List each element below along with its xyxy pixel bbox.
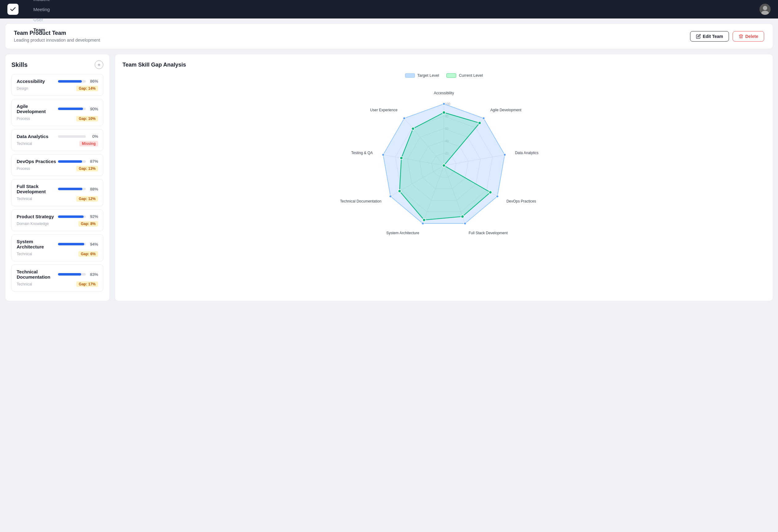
target-dot bbox=[443, 103, 445, 105]
skill-percent: 90% bbox=[89, 107, 98, 111]
target-dot bbox=[496, 195, 498, 197]
skill-item: Agile Development 90% Process Gap: 10% bbox=[11, 99, 103, 126]
nav-item-incident[interactable]: Incident bbox=[28, 0, 61, 4]
skill-bar bbox=[58, 80, 86, 83]
skills-title: Skills bbox=[11, 61, 27, 69]
skills-panel: Skills ＋ Accessibility 86% Design Gap: 1… bbox=[5, 54, 110, 301]
nav-item-user[interactable]: User bbox=[28, 14, 61, 25]
axis-label: Full Stack Development bbox=[469, 231, 508, 235]
target-dot bbox=[464, 222, 466, 225]
current-dot bbox=[442, 111, 446, 114]
skill-percent: 88% bbox=[89, 187, 98, 191]
axis-label: Technical Documentation bbox=[340, 199, 381, 203]
skill-bar-fill bbox=[58, 243, 84, 245]
header-card: Team Product Team Leading product innova… bbox=[5, 23, 773, 49]
skill-percent: 94% bbox=[89, 242, 98, 247]
legend-target: Target Level bbox=[405, 73, 439, 78]
user-avatar[interactable] bbox=[760, 4, 771, 15]
target-dot bbox=[389, 195, 392, 197]
skill-badge: Gap: 14% bbox=[76, 86, 98, 91]
skill-name: System Architecture bbox=[17, 239, 58, 249]
skill-bar bbox=[58, 135, 86, 138]
target-dot bbox=[482, 117, 485, 119]
current-dot bbox=[442, 164, 446, 167]
skill-category: Design bbox=[17, 86, 28, 91]
skill-name: DevOps Practices bbox=[17, 159, 56, 164]
skill-bar-fill bbox=[58, 273, 81, 276]
skill-category: Technical bbox=[17, 142, 32, 146]
skill-item: DevOps Practices 87% Process Gap: 13% bbox=[11, 154, 103, 176]
axis-label: DevOps Practices bbox=[507, 199, 536, 203]
skill-bar bbox=[58, 273, 86, 276]
skill-category: Process bbox=[17, 116, 30, 121]
target-dot bbox=[422, 222, 424, 225]
skill-category: Process bbox=[17, 166, 30, 171]
skill-item: Data Analytics 0% Technical Missing bbox=[11, 129, 103, 151]
skill-right: 90% bbox=[58, 107, 98, 111]
skill-right: 86% bbox=[58, 79, 98, 84]
skill-percent: 86% bbox=[89, 79, 98, 84]
skill-badge: Gap: 13% bbox=[76, 166, 98, 171]
target-dot bbox=[382, 154, 384, 156]
chart-legend: Target Level Current Level bbox=[123, 73, 765, 78]
axis-label: Data Analytics bbox=[515, 151, 538, 155]
skill-bar-fill bbox=[58, 80, 82, 83]
skill-category: Technical bbox=[17, 282, 32, 286]
target-legend-label: Target Level bbox=[417, 73, 439, 78]
nav-item-meeting[interactable]: Meeting bbox=[28, 4, 61, 14]
axis-label: Testing & QA bbox=[352, 151, 373, 155]
svg-point-1 bbox=[761, 11, 769, 15]
skill-bar bbox=[58, 108, 86, 110]
skill-name: Data Analytics bbox=[17, 134, 49, 139]
skill-item: System Architecture 94% Technical Gap: 6… bbox=[11, 234, 103, 261]
skill-percent: 83% bbox=[89, 272, 98, 277]
team-subtitle: Leading product innovation and developme… bbox=[14, 37, 100, 42]
current-dot bbox=[489, 191, 492, 194]
header-info: Team Product Team Leading product innova… bbox=[14, 30, 100, 42]
skill-badge: Gap: 12% bbox=[76, 196, 98, 201]
target-dot bbox=[503, 154, 506, 156]
skill-name: Product Strategy bbox=[17, 214, 54, 219]
skill-name: Agile Development bbox=[17, 104, 58, 114]
app-logo[interactable] bbox=[7, 4, 18, 15]
skill-category: Technical bbox=[17, 252, 32, 256]
header-actions: Edit Team Delete bbox=[690, 31, 764, 41]
axis-label: Accessibility bbox=[434, 91, 454, 95]
skill-bar bbox=[58, 188, 86, 190]
axis-label: System Architecture bbox=[386, 231, 419, 235]
chart-title: Team Skill Gap Analysis bbox=[123, 62, 765, 68]
current-dot bbox=[478, 121, 481, 124]
skill-right: 0% bbox=[58, 134, 98, 139]
current-dot bbox=[461, 215, 464, 218]
skill-badge: Gap: 10% bbox=[76, 116, 98, 121]
axis-label: Agile Development bbox=[490, 108, 521, 112]
skill-name: Full Stack Development bbox=[17, 184, 58, 194]
skill-bar-fill bbox=[58, 108, 83, 110]
skills-header: Skills ＋ bbox=[11, 61, 103, 69]
delete-button[interactable]: Delete bbox=[733, 31, 764, 41]
add-skill-button[interactable]: ＋ bbox=[95, 61, 103, 69]
radar-container: 20406080100AccessibilityAgile Developmen… bbox=[123, 84, 765, 244]
skill-percent: 87% bbox=[89, 159, 98, 164]
current-dot bbox=[400, 157, 403, 160]
skill-badge: Gap: 6% bbox=[78, 251, 98, 257]
radar-chart: 20406080100AccessibilityAgile Developmen… bbox=[336, 87, 552, 241]
axis-label: User Experience bbox=[370, 108, 398, 112]
edit-icon bbox=[696, 34, 701, 39]
edit-team-button[interactable]: Edit Team bbox=[690, 31, 729, 41]
nav-items: DashboardIncidentMeetingUserTeam bbox=[28, 0, 61, 35]
skill-item: Technical Documentation 83% Technical Ga… bbox=[11, 264, 103, 291]
skill-category: Technical bbox=[17, 197, 32, 201]
skill-badge: Missing bbox=[79, 141, 98, 147]
skill-right: 92% bbox=[58, 214, 98, 219]
skill-percent: 0% bbox=[89, 134, 98, 139]
skill-bar bbox=[58, 215, 86, 218]
target-legend-box bbox=[405, 73, 415, 78]
current-dot bbox=[398, 190, 401, 193]
skill-right: 88% bbox=[58, 187, 98, 191]
skill-right: 87% bbox=[58, 159, 98, 164]
chart-panel: Team Skill Gap Analysis Target Level Cur… bbox=[115, 54, 773, 301]
team-title: Team Product Team bbox=[14, 30, 100, 36]
main-content: Skills ＋ Accessibility 86% Design Gap: 1… bbox=[5, 54, 773, 301]
target-dot bbox=[403, 117, 405, 119]
